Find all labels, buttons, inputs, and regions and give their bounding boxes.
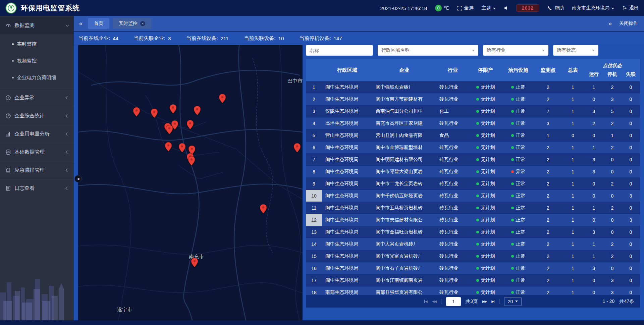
map-pin[interactable]	[187, 120, 194, 130]
close-tab-icon[interactable]: ×	[140, 21, 145, 26]
map-panel[interactable]: 巴中市南充市遂宁市 ◀	[78, 45, 303, 320]
map-pin[interactable]	[219, 94, 226, 104]
cell-monitor-points: 2	[535, 181, 561, 186]
column-header-run: 运行	[585, 71, 603, 77]
table-row[interactable]: 16阆中生态环境局阆中市石子页岩机砖厂砖瓦行业无计划正常21300	[306, 262, 640, 274]
cell-running: 0	[585, 290, 603, 295]
theme-dropdown[interactable]: 主题	[482, 5, 496, 11]
table-row[interactable]: 6阆中生态环境局阆中市金博瑞新型墙材砖瓦行业无计划正常21120	[306, 142, 640, 154]
table-row[interactable]: 8阆中生态环境局阆中市枣碧大梁山页岩砖瓦行业无计划异常21300	[306, 166, 640, 178]
region-filter-select[interactable]: 行政区域名称	[378, 45, 478, 56]
bullet-icon	[12, 60, 14, 62]
row-index: 10	[306, 190, 322, 202]
map-pin[interactable]	[294, 143, 301, 154]
status-dot-green	[476, 219, 479, 221]
table-row[interactable]: 14阆中生态环境局阆中大兴页岩机砖厂砖瓦行业无计划正常21120	[306, 238, 640, 250]
map-pin[interactable]	[191, 258, 198, 268]
cell-monitor-points: 2	[535, 169, 561, 174]
broadcast-toggle[interactable]	[504, 6, 508, 10]
sidebar-item-video-monitor[interactable]: 视频监控	[0, 52, 74, 69]
map-city-label: 巴中市	[287, 78, 303, 84]
row-index: 9	[306, 178, 322, 189]
row-index: 8	[306, 166, 322, 177]
map-collapse-handle[interactable]: ◀	[74, 175, 82, 182]
map-pin[interactable]	[194, 106, 201, 116]
tab-home[interactable]: 首页	[88, 18, 109, 29]
cell-stopped: 2	[603, 145, 622, 150]
sidebar-section-company-stats[interactable]: 企业综合统计	[0, 107, 74, 125]
logout-button[interactable]: 退出	[622, 5, 639, 11]
table-row[interactable]: 11阆中生态环境局阆中市五马桥页岩机砖砖瓦行业无计划正常21120	[306, 202, 640, 214]
map-pin[interactable]	[188, 156, 195, 167]
app-title: 环保用电监管系统	[21, 3, 80, 13]
map-pin[interactable]	[165, 142, 172, 153]
page-size-select[interactable]: 20	[504, 297, 522, 306]
scroll-tabs-left-button[interactable]: «	[77, 20, 85, 27]
table-row[interactable]: 17阆中生态环境局阆中市江南镇阆南页岩砖瓦行业无计划正常21030	[306, 274, 640, 286]
org-dropdown[interactable]: 南充市生态环境局	[572, 5, 614, 11]
next-page-button[interactable]: ▶▶	[482, 300, 487, 303]
page-number-input[interactable]	[446, 297, 461, 306]
row-index: 12	[306, 214, 322, 226]
sidebar-section-base-data[interactable]: 基础数据管理	[0, 143, 74, 161]
cell-industry: 砖瓦行业	[436, 253, 470, 259]
map-pin[interactable]	[170, 104, 176, 115]
map-pin[interactable]	[133, 107, 140, 118]
table-row[interactable]: 12阆中生态环境局阆中市忠信建材有限公砖瓦行业无计划正常21003	[306, 214, 640, 226]
table-row[interactable]: 5营山生态环境局营山县润丰肉食品有限食品无计划正常10010	[306, 129, 640, 142]
divider	[441, 299, 441, 304]
cell-stopped: 3	[603, 290, 622, 295]
status-filter-select[interactable]: 所有状态	[553, 45, 598, 56]
column-header-lost: 失联	[622, 71, 640, 77]
table-row[interactable]: 3仪陇生态环境局西南油气田分公司川中化工无计划正常71350	[306, 105, 640, 117]
cell-total-meters: 1	[561, 181, 585, 186]
cell-monitor-points: 2	[535, 157, 561, 162]
sidebar-section-company-abnormal[interactable]: 企业异常	[0, 89, 74, 107]
page-size-value: 20	[508, 299, 513, 304]
sidebar-item-power-load-detail[interactable]: 企业电力负荷明细	[0, 69, 74, 86]
map-pin[interactable]	[179, 143, 185, 154]
cell-region: 阆中生态环境局	[322, 84, 372, 90]
sidebar-section-emergency[interactable]: 应急减排管理	[0, 161, 74, 179]
tab-realtime-monitor[interactable]: 实时监控 ×	[113, 18, 151, 29]
cell-region: 阆中生态环境局	[322, 157, 372, 163]
fullscreen-button[interactable]: 全屏	[457, 5, 474, 11]
status-dot-green	[476, 170, 479, 173]
status-dot-green	[511, 158, 514, 161]
sidebar-section-logs[interactable]: 日志查看	[0, 179, 74, 197]
table-row[interactable]: 9阆中生态环境局阆中市二龙长宝页岩砖砖瓦行业无计划正常21020	[306, 178, 640, 190]
table-row[interactable]: 1阆中生态环境局阆中强锐页岩砖厂砖瓦行业无计划正常21120	[306, 81, 640, 93]
map-canvas[interactable]: 巴中市南充市遂宁市	[78, 45, 303, 320]
status-dot-green	[511, 291, 514, 294]
help-button[interactable]: 帮助	[547, 5, 564, 11]
cell-pollution-facility: 正常	[501, 193, 535, 199]
table-row[interactable]: 10阆中生态环境局阆中千佛镇五郎垭页岩砖瓦行业无计划正常21003	[306, 190, 640, 202]
map-roads	[78, 45, 303, 320]
table-row[interactable]: 13阆中生态环境局阆中市金福旺页岩机砖砖瓦行业无计划正常21300	[306, 226, 640, 238]
map-pin[interactable]	[260, 204, 267, 215]
first-page-button[interactable]: ◀	[424, 300, 427, 303]
sidebar-item-label: 实时监控	[17, 41, 37, 47]
map-pin[interactable]	[166, 125, 173, 136]
table-row[interactable]: 4高坪生态环境局南充市高坪区王家店建砖瓦行业无计划正常31220	[306, 117, 640, 129]
table-row[interactable]: 7阆中生态环境局阆中明阳建材有限公司砖瓦行业无计划正常21300	[306, 154, 640, 166]
scroll-tabs-right-button[interactable]: »	[606, 20, 614, 27]
prev-page-button[interactable]: ◀◀	[432, 300, 436, 303]
map-pin[interactable]	[151, 109, 158, 119]
close-operations-button[interactable]: 关闭操作	[619, 20, 638, 26]
sidebar-section-power-analysis[interactable]: 企业用电量分析	[0, 125, 74, 143]
industry-filter-select[interactable]: 所有行业	[483, 45, 548, 56]
name-filter-input[interactable]	[306, 45, 373, 56]
cell-region: 阆中生态环境局	[322, 193, 372, 199]
last-page-button[interactable]: ▶	[491, 300, 494, 303]
cell-region: 高坪生态环境局	[322, 120, 372, 126]
notification-count-badge[interactable]: 2632	[516, 4, 539, 12]
row-index: 17	[306, 274, 322, 286]
table-row[interactable]: 2阆中生态环境局阆中市南方节能建材有砖瓦行业无计划正常21030	[306, 93, 640, 105]
sidebar-item-realtime-monitor[interactable]: 实时监控	[0, 36, 74, 52]
cell-running: 1	[585, 205, 603, 211]
table-row[interactable]: 15阆中生态环境局阆中市光富页岩机砖厂砖瓦行业无计划正常21120	[306, 250, 640, 262]
sidebar-section-data-monitor[interactable]: 数据监测	[0, 16, 74, 34]
table-row[interactable]: 18南部生态环境局南部县强华页岩有限公砖瓦行业无计划正常21030	[306, 286, 640, 295]
chevron-down-icon	[515, 301, 518, 302]
